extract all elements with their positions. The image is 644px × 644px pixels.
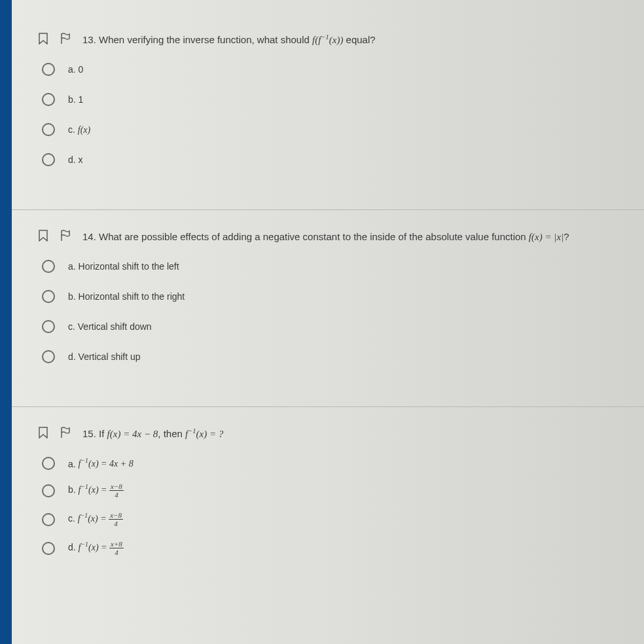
radio-icon[interactable] xyxy=(42,457,55,470)
question-14: 14. What are possible effects of adding … xyxy=(12,210,644,407)
option-c[interactable]: c. Vertical shift down xyxy=(42,320,618,333)
bookmark-icon[interactable] xyxy=(38,230,48,241)
question-prefix: When verifying the inverse function, wha… xyxy=(99,34,312,45)
question-header: 15. If f(x) = 4x − 8, then f−1(x) = ? xyxy=(38,427,618,441)
bookmark-icon[interactable] xyxy=(38,427,48,438)
question-suffix: equal? xyxy=(343,34,375,45)
question-text: 13. When verifying the inverse function,… xyxy=(82,33,618,47)
radio-icon[interactable] xyxy=(42,513,55,526)
option-label: a. Horizontal shift to the left xyxy=(68,261,179,272)
question-math: f(x) = 4x − 8 xyxy=(107,429,158,439)
option-b[interactable]: b. Horizontal shift to the right xyxy=(42,290,618,303)
question-text: 15. If f(x) = 4x − 8, then f−1(x) = ? xyxy=(82,427,618,441)
option-label: d. f−1(x) = x+84 xyxy=(68,541,124,556)
question-15: 15. If f(x) = 4x − 8, then f−1(x) = ? a.… xyxy=(12,407,644,596)
option-a[interactable]: a. Horizontal shift to the left xyxy=(42,260,618,273)
question-13: 13. When verifying the inverse function,… xyxy=(12,13,644,210)
option-label: c. Vertical shift down xyxy=(68,321,152,332)
option-label: c. f(x) xyxy=(68,124,90,135)
flag-icon[interactable] xyxy=(60,33,71,45)
option-a[interactable]: a. 0 xyxy=(42,63,618,76)
option-label: d. x xyxy=(68,154,83,165)
question-math: f(f−1(x)) xyxy=(312,35,343,45)
question-number: 14. xyxy=(82,231,96,242)
options-list: a. 0 b. 1 c. f(x) d. x xyxy=(38,63,618,166)
option-label: a. 0 xyxy=(68,64,83,75)
options-list: a. f−1(x) = 4x + 8 b. f−1(x) = x−84 c. f… xyxy=(38,457,618,556)
option-label: c. f−1(x) = x−84 xyxy=(68,512,123,528)
question-prefix: What are possible effects of adding a ne… xyxy=(99,231,529,242)
bookmark-icon[interactable] xyxy=(38,33,48,45)
flag-icon[interactable] xyxy=(60,427,71,438)
question-text: 14. What are possible effects of adding … xyxy=(82,230,618,244)
option-b[interactable]: b. 1 xyxy=(42,93,618,106)
question-number: 15. xyxy=(82,428,96,439)
option-c[interactable]: c. f−1(x) = x−84 xyxy=(42,512,618,528)
radio-icon[interactable] xyxy=(42,350,55,363)
option-c[interactable]: c. f(x) xyxy=(42,123,618,136)
radio-icon[interactable] xyxy=(42,153,55,166)
radio-icon[interactable] xyxy=(42,542,55,555)
radio-icon[interactable] xyxy=(42,484,55,497)
option-a[interactable]: a. f−1(x) = 4x + 8 xyxy=(42,457,618,470)
radio-icon[interactable] xyxy=(42,123,55,136)
option-b[interactable]: b. f−1(x) = x−84 xyxy=(42,483,618,499)
radio-icon[interactable] xyxy=(42,290,55,303)
question-math2: f−1(x) = ? xyxy=(185,429,223,439)
question-header: 13. When verifying the inverse function,… xyxy=(38,33,618,47)
options-list: a. Horizontal shift to the left b. Horiz… xyxy=(38,260,618,363)
option-label: b. Horizontal shift to the right xyxy=(68,291,185,302)
radio-icon[interactable] xyxy=(42,320,55,333)
option-label: b. f−1(x) = x−84 xyxy=(68,483,124,499)
option-label: a. f−1(x) = 4x + 8 xyxy=(68,457,134,470)
quiz-page: 13. When verifying the inverse function,… xyxy=(0,0,644,644)
flag-icon[interactable] xyxy=(60,230,71,241)
radio-icon[interactable] xyxy=(42,260,55,273)
option-d[interactable]: d. Vertical shift up xyxy=(42,350,618,363)
question-math: f(x) = |x| xyxy=(529,232,564,242)
question-header: 14. What are possible effects of adding … xyxy=(38,230,618,244)
option-label: b. 1 xyxy=(68,94,83,105)
question-suffix: ? xyxy=(564,231,569,242)
radio-icon[interactable] xyxy=(42,63,55,76)
option-label: d. Vertical shift up xyxy=(68,351,141,362)
question-number: 13. xyxy=(82,34,96,45)
question-prefix: If xyxy=(99,428,107,439)
option-d[interactable]: d. x xyxy=(42,153,618,166)
radio-icon[interactable] xyxy=(42,93,55,106)
question-mid: , then xyxy=(158,428,185,439)
option-d[interactable]: d. f−1(x) = x+84 xyxy=(42,541,618,556)
